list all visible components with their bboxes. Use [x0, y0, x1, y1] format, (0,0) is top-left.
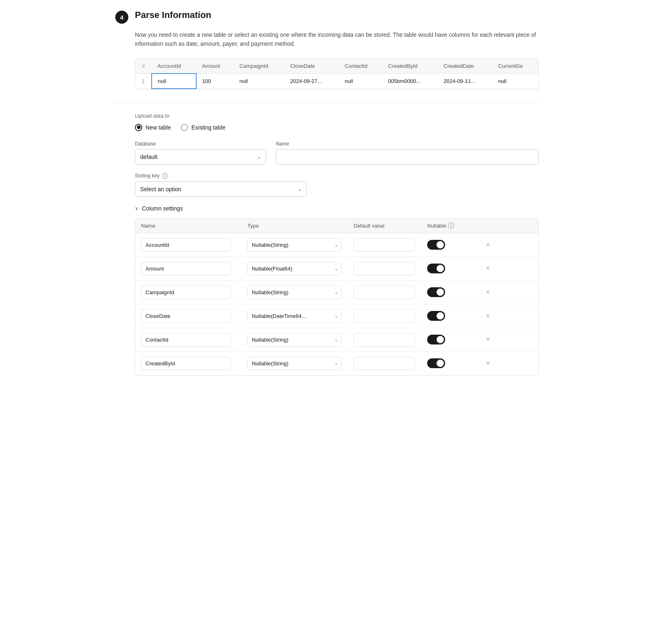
- col-name-cell-createdbyid: [141, 357, 247, 370]
- col-nullable-cell-accountid: [427, 240, 484, 250]
- col-type-cell-contactid: Nullable(String) Nullable(Float64) Nulla…: [247, 333, 354, 347]
- col-name-input-contactid[interactable]: [141, 333, 231, 347]
- col-default-input-amount[interactable]: [354, 262, 415, 275]
- upload-section: Upload data to New table Existing table …: [135, 113, 539, 376]
- col-header-createdbyid: CreatedById: [382, 59, 438, 74]
- col-default-input-contactid[interactable]: [354, 333, 415, 347]
- col-remove-btn-createdbyid[interactable]: ×: [484, 358, 491, 369]
- col-remove-cell-accountid: ×: [484, 239, 501, 250]
- col-type-select-contactid[interactable]: Nullable(String) Nullable(Float64) Nulla…: [247, 333, 341, 347]
- col-nullable-toggle-accountid[interactable]: [427, 240, 445, 250]
- col-remove-cell-createdbyid: ×: [484, 358, 501, 369]
- col-name-input-accountid[interactable]: [141, 238, 231, 252]
- database-label: Database: [135, 141, 266, 147]
- table-row: 1 null 100 null 2024-09-27... null 005bm…: [135, 74, 538, 89]
- col-type-select-closedate[interactable]: Nullable(String) Nullable(Float64) Nulla…: [247, 309, 341, 323]
- col-type-select-campaignid[interactable]: Nullable(String) Nullable(Float64) Nulla…: [247, 286, 341, 299]
- nullable-info-icon[interactable]: i: [448, 223, 454, 229]
- col-nullable-toggle-contactid[interactable]: [427, 335, 445, 344]
- col-remove-btn-closedate[interactable]: ×: [484, 311, 491, 321]
- col-type-select-accountid[interactable]: Nullable(String) Nullable(Float64) Nulla…: [247, 238, 341, 252]
- col-nullable-cell-campaignid: [427, 287, 484, 297]
- col-name-input-createdbyid[interactable]: [141, 357, 231, 370]
- col-header-contactid: ContactId: [339, 59, 382, 74]
- col-nullable-toggle-campaignid[interactable]: [427, 287, 445, 297]
- cell-amount: 100: [196, 74, 234, 89]
- col-type-select-wrapper-campaignid: Nullable(String) Nullable(Float64) Nulla…: [247, 286, 341, 299]
- col-name-input-campaignid[interactable]: [141, 286, 231, 299]
- page-container: 4 Parse Information Now you need to crea…: [102, 0, 552, 394]
- col-remove-cell-contactid: ×: [484, 334, 501, 345]
- col-default-cell-campaignid: [354, 286, 427, 299]
- step-description: Now you need to create a new table or se…: [135, 30, 539, 49]
- sorting-key-info-icon[interactable]: i: [162, 173, 168, 179]
- col-remove-btn-accountid[interactable]: ×: [484, 239, 491, 250]
- col-default-cell-contactid: [354, 333, 427, 347]
- col-default-input-closedate[interactable]: [354, 309, 415, 323]
- column-settings-table: Name Type Default value Nullable i Null: [135, 218, 539, 376]
- cell-accountid: null: [152, 74, 196, 89]
- cell-campaignid: null: [234, 74, 284, 89]
- sorting-key-label-row: Sorting key i: [135, 173, 307, 179]
- col-type-select-wrapper-createdbyid: Nullable(String) Nullable(Float64) Nulla…: [247, 357, 341, 370]
- col-name-input-closedate[interactable]: [141, 309, 231, 323]
- column-settings-toggle[interactable]: ∨ Column settings: [135, 205, 539, 212]
- cell-currentge: null: [493, 74, 538, 89]
- col-header-amount: Amount: [196, 59, 234, 74]
- col-row-amount: Nullable(String) Nullable(Float64) Nulla…: [135, 257, 538, 281]
- col-default-input-createdbyid[interactable]: [354, 357, 415, 370]
- cell-closedate: 2024-09-27...: [284, 74, 339, 89]
- radio-circle-new: [135, 124, 142, 131]
- col-type-select-createdbyid[interactable]: Nullable(String) Nullable(Float64) Nulla…: [247, 357, 341, 370]
- col-nullable-toggle-createdbyid[interactable]: [427, 358, 445, 368]
- database-select-wrapper: default ⌄: [135, 149, 266, 165]
- col-header-createddate: CreatedDate: [438, 59, 492, 74]
- cell-createdbyid: 005bm0000...: [382, 74, 438, 89]
- col-header-closedate: CloseDate: [284, 59, 339, 74]
- col-default-input-accountid[interactable]: [354, 238, 415, 252]
- radio-group: New table Existing table: [135, 124, 539, 131]
- radio-label-existing: Existing table: [191, 124, 225, 131]
- col-nullable-toggle-closedate[interactable]: [427, 311, 445, 321]
- col-type-select-wrapper-accountid: Nullable(String) Nullable(Float64) Nulla…: [247, 238, 341, 252]
- step-title: Parse Information: [135, 10, 211, 20]
- col-header-name: Name: [141, 223, 247, 229]
- col-remove-btn-campaignid[interactable]: ×: [484, 287, 491, 297]
- col-header-hash: #: [135, 59, 152, 74]
- col-header-currentge: CurrentGe: [493, 59, 538, 74]
- col-nullable-cell-closedate: [427, 311, 484, 321]
- sorting-key-select[interactable]: Select an option: [135, 181, 307, 197]
- sorting-key-label: Sorting key: [135, 173, 159, 179]
- col-remove-btn-contactid[interactable]: ×: [484, 334, 491, 345]
- radio-existing-table[interactable]: Existing table: [181, 124, 225, 131]
- col-type-select-wrapper-amount: Nullable(String) Nullable(Float64) Nulla…: [247, 262, 341, 275]
- preview-table-wrapper: # AccountId Amount CampaignId CloseDate …: [135, 58, 539, 89]
- col-nullable-cell-createdbyid: [427, 358, 484, 368]
- col-row-campaignid: Nullable(String) Nullable(Float64) Nulla…: [135, 281, 538, 304]
- col-default-input-campaignid[interactable]: [354, 286, 415, 299]
- col-header-type: Type: [247, 223, 354, 229]
- radio-label-new: New table: [146, 124, 171, 131]
- sorting-key-select-wrapper: Select an option ⌄: [135, 181, 307, 197]
- col-header-default: Default value: [354, 223, 427, 229]
- col-name-cell-accountid: [141, 238, 247, 252]
- col-type-cell-accountid: Nullable(String) Nullable(Float64) Nulla…: [247, 238, 354, 252]
- col-default-cell-accountid: [354, 238, 427, 252]
- col-row-closedate: Nullable(String) Nullable(Float64) Nulla…: [135, 304, 538, 328]
- db-name-row: Database default ⌄ Name Dani/sftest/Oppo…: [135, 141, 539, 165]
- col-type-cell-closedate: Nullable(String) Nullable(Float64) Nulla…: [247, 309, 354, 323]
- name-label: Name: [276, 141, 539, 147]
- database-select[interactable]: default: [135, 149, 266, 165]
- col-name-input-amount[interactable]: [141, 262, 231, 275]
- radio-new-table[interactable]: New table: [135, 124, 171, 131]
- col-nullable-toggle-amount[interactable]: [427, 264, 445, 273]
- col-remove-btn-amount[interactable]: ×: [484, 263, 491, 274]
- column-settings-chevron-icon: ∨: [135, 206, 139, 211]
- col-header-campaignid: CampaignId: [234, 59, 284, 74]
- col-name-cell-amount: [141, 262, 247, 275]
- col-type-select-amount[interactable]: Nullable(String) Nullable(Float64) Nulla…: [247, 262, 341, 275]
- radio-circle-existing: [181, 124, 188, 131]
- col-header-accountid: AccountId: [152, 59, 196, 74]
- name-input[interactable]: Dani/sftest/Opportunity: [276, 149, 539, 165]
- cell-createddate: 2024-09-11...: [438, 74, 492, 89]
